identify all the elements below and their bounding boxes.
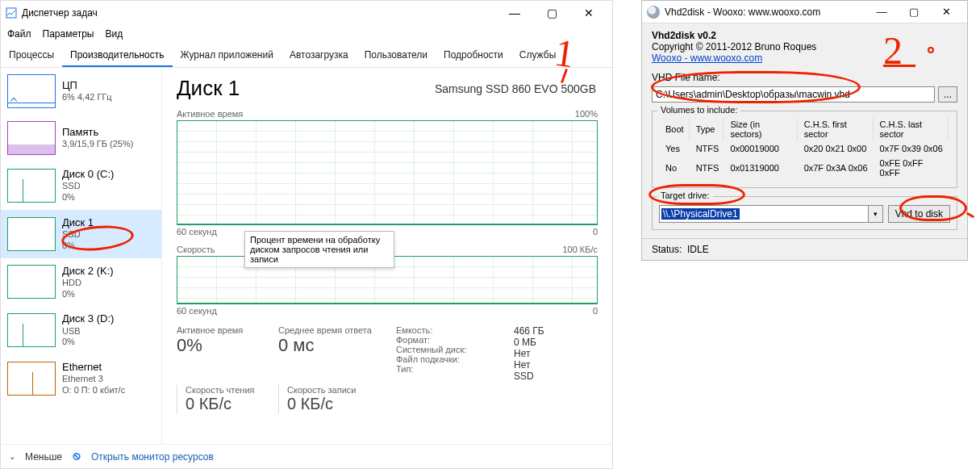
cpu-thumb-icon: [7, 74, 56, 108]
sidebar-item-sub: 6% 4,42 ГГц: [62, 92, 112, 103]
sidebar-disk1[interactable]: Диск 1SSD0%: [1, 210, 161, 258]
fewer-details[interactable]: Меньше: [25, 451, 62, 463]
info-capacity-value: 466 ГБ: [514, 325, 611, 337]
vhd-file-input[interactable]: [652, 86, 935, 103]
sidebar-cpu[interactable]: ЦП6% 4,42 ГГц: [1, 68, 161, 115]
sidebar-memory[interactable]: Память3,9/15,9 ГБ (25%): [1, 115, 161, 161]
chart1-title: Активное время: [177, 109, 243, 119]
chevron-down-icon[interactable]: ⌄: [9, 452, 15, 461]
tabs: Процессы Производительность Журнал прило…: [1, 44, 612, 68]
stat-active-label: Активное время: [177, 325, 265, 335]
stat-avg-label: Среднее время ответа: [278, 325, 383, 335]
target-group: Target drive: \\.\PhysicalDrive1 ▾ Vhd t…: [652, 196, 957, 230]
sidebar-item-label: Диск 1: [62, 216, 94, 229]
stat-read-label: Скорость чтения: [186, 385, 265, 395]
axis-right: 0: [593, 227, 598, 237]
tab-processes[interactable]: Процессы: [1, 44, 62, 67]
sidebar-item-sub2: 0%: [62, 241, 94, 252]
active-time-chart[interactable]: [177, 120, 598, 225]
col-type[interactable]: Type: [691, 118, 724, 140]
sidebar: ЦП6% 4,42 ГГц Память3,9/15,9 ГБ (25%) Ди…: [1, 68, 162, 444]
sidebar-item-label: ЦП: [62, 79, 112, 92]
disk-thumb-icon: [7, 313, 56, 347]
table-header-row: Boot Type Size (in sectors) C.H.S. first…: [661, 118, 949, 140]
open-resource-monitor[interactable]: Открыть монитор ресурсов: [91, 451, 214, 463]
browse-button[interactable]: ...: [938, 86, 957, 103]
minimize-button[interactable]: —: [496, 1, 533, 25]
sidebar-item-sub: SSD: [62, 181, 114, 192]
sidebar-disk2[interactable]: Диск 2 (K:)HDD0%: [1, 258, 161, 307]
tab-users[interactable]: Пользователи: [357, 44, 436, 67]
target-drive-combo[interactable]: \\.\PhysicalDrive1 ▾: [659, 205, 883, 223]
stat-avg-value: 0 мс: [278, 335, 383, 356]
menu-view[interactable]: Вид: [105, 28, 123, 40]
titlebar[interactable]: Vhd2disk - Wooxo: www.wooxo.com — ▢ ✕: [642, 1, 967, 23]
sidebar-item-sub: Ethernet 3: [62, 374, 125, 385]
stat-active-value: 0%: [177, 335, 265, 356]
stat-read-value: 0 КБ/с: [186, 395, 265, 413]
close-button[interactable]: ✕: [930, 1, 962, 23]
copyright: Copyright © 2011-2012 Bruno Roques: [652, 41, 957, 52]
tab-startup[interactable]: Автозагрузка: [281, 44, 357, 67]
window-title: Диспетчер задач: [6, 7, 496, 19]
status-bar: Status: IDLE: [642, 238, 967, 260]
axis-left: 60 секунд: [177, 227, 217, 237]
table-row[interactable]: NoNTFS0x013190000x7F 0x3A 0x060xFE 0xFF …: [661, 157, 949, 179]
tab-details[interactable]: Подробности: [436, 44, 511, 67]
volumes-legend: Volumes to include:: [657, 105, 740, 115]
app-name: Vhd2disk v0.2: [652, 30, 957, 41]
sidebar-item-label: Диск 2 (K:): [62, 265, 114, 278]
sidebar-item-sub2: 0%: [62, 289, 114, 300]
sidebar-item-sub: HDD: [62, 278, 114, 289]
disk-thumb-icon: [7, 169, 56, 203]
ethernet-thumb-icon: [7, 362, 56, 396]
tab-app-history[interactable]: Журнал приложений: [173, 44, 281, 67]
info-pagefile-label: Файл подкачки:: [396, 354, 501, 364]
col-chs-last[interactable]: C.H.S. last sector: [875, 118, 949, 140]
chevron-down-icon[interactable]: ▾: [868, 206, 882, 222]
memory-thumb-icon: [7, 121, 56, 155]
sidebar-item-sub: 3,9/15,9 ГБ (25%): [62, 139, 133, 150]
maximize-button[interactable]: ▢: [533, 1, 570, 25]
chart2-max: 100 КБ/с: [562, 245, 598, 254]
info-type-value: SSD: [514, 371, 611, 382]
info-sysdisk-label: Системный диск:: [396, 345, 501, 354]
col-size[interactable]: Size (in sectors): [725, 118, 797, 140]
axis-left: 60 секунд: [177, 306, 217, 316]
vendor-link[interactable]: Wooxo - www.wooxo.com: [652, 52, 762, 64]
tab-performance[interactable]: Производительность: [62, 44, 172, 67]
stat-write-value: 0 КБ/с: [287, 395, 383, 413]
disk-thumb-icon: [7, 265, 56, 299]
vhd-to-disk-button[interactable]: Vhd to disk: [888, 205, 950, 223]
stat-write-label: Скорость записи: [287, 385, 383, 395]
menu-options[interactable]: Параметры: [43, 28, 94, 40]
status-label: Status:: [652, 244, 682, 255]
info-format-label: Формат:: [396, 335, 501, 345]
sidebar-item-sub: SSD: [62, 229, 94, 241]
menubar: Файл Параметры Вид: [1, 25, 612, 43]
titlebar[interactable]: Диспетчер задач — ▢ ✕: [1, 1, 612, 25]
table-row[interactable]: YesNTFS0x000190000x20 0x21 0x000x7F 0x39…: [661, 142, 949, 155]
window-title: Vhd2disk - Wooxo: www.wooxo.com: [665, 6, 865, 18]
sidebar-disk3[interactable]: Диск 3 (D:)USB0%: [1, 306, 161, 354]
info-type-label: Тип:: [396, 364, 501, 374]
sidebar-ethernet[interactable]: EthernetEthernet 3О: 0 П: 0 кбит/с: [1, 354, 161, 403]
info-pagefile-value: Нет: [514, 359, 611, 371]
menu-file[interactable]: Файл: [7, 28, 31, 40]
sidebar-item-sub2: 0%: [62, 192, 114, 203]
volumes-table[interactable]: Boot Type Size (in sectors) C.H.S. first…: [659, 116, 950, 181]
task-manager-window: Диспетчер задач — ▢ ✕ Файл Параметры Вид…: [0, 0, 613, 469]
sidebar-item-sub2: 0%: [62, 337, 114, 348]
sidebar-disk0[interactable]: Диск 0 (C:)SSD0%: [1, 161, 161, 210]
maximize-button[interactable]: ▢: [898, 1, 930, 23]
close-button[interactable]: ✕: [570, 1, 607, 25]
tooltip: Процент времени на обработку диском запр…: [244, 231, 394, 268]
info-capacity-label: Емкость:: [396, 325, 501, 335]
app-icon: [647, 6, 660, 19]
minimize-button[interactable]: —: [865, 1, 898, 23]
tab-services[interactable]: Службы: [511, 44, 564, 67]
status-value: IDLE: [687, 244, 709, 255]
sidebar-item-label: Диск 0 (C:): [62, 168, 114, 181]
col-boot[interactable]: Boot: [661, 118, 690, 140]
col-chs-first[interactable]: C.H.S. first sector: [799, 118, 874, 140]
